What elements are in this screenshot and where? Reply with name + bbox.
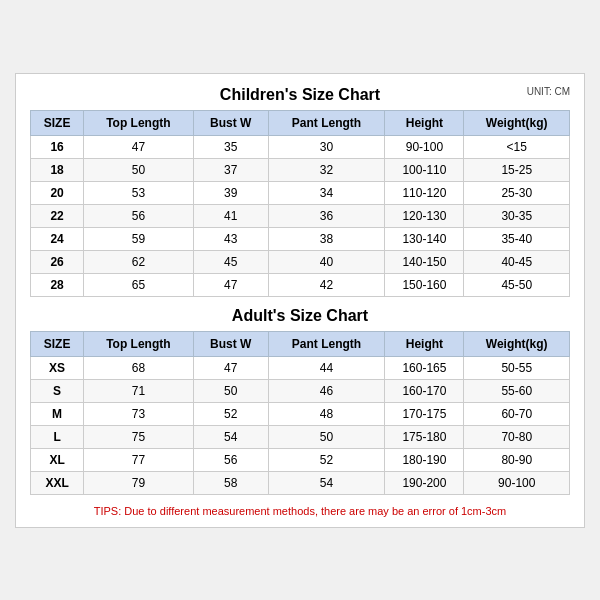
- table-row: S715046160-17055-60: [31, 379, 570, 402]
- table-cell: 30-35: [464, 204, 570, 227]
- table-row: 22564136120-13030-35: [31, 204, 570, 227]
- table-cell: 150-160: [385, 273, 464, 296]
- col-bust-w-c: Bust W: [193, 110, 268, 135]
- table-cell: 38: [268, 227, 385, 250]
- col-top-length-a: Top Length: [84, 331, 193, 356]
- table-cell: 190-200: [385, 471, 464, 494]
- table-cell: 25-30: [464, 181, 570, 204]
- children-tbody: 1647353090-100<1518503732100-11015-25205…: [31, 135, 570, 296]
- table-cell: 45-50: [464, 273, 570, 296]
- table-cell: 160-165: [385, 356, 464, 379]
- table-cell: 170-175: [385, 402, 464, 425]
- col-size-a: SIZE: [31, 331, 84, 356]
- table-cell: XXL: [31, 471, 84, 494]
- table-cell: 41: [193, 204, 268, 227]
- table-cell: 37: [193, 158, 268, 181]
- table-cell: 40: [268, 250, 385, 273]
- table-cell: 24: [31, 227, 84, 250]
- table-cell: 90-100: [464, 471, 570, 494]
- tips-text: TIPS: Due to different measurement metho…: [30, 505, 570, 517]
- col-pant-length-c: Pant Length: [268, 110, 385, 135]
- col-top-length-c: Top Length: [84, 110, 193, 135]
- table-cell: 50: [268, 425, 385, 448]
- table-cell: 90-100: [385, 135, 464, 158]
- table-cell: 42: [268, 273, 385, 296]
- table-cell: 80-90: [464, 448, 570, 471]
- table-cell: 52: [268, 448, 385, 471]
- table-cell: S: [31, 379, 84, 402]
- table-cell: 58: [193, 471, 268, 494]
- table-cell: 32: [268, 158, 385, 181]
- table-cell: 75: [84, 425, 193, 448]
- table-cell: 40-45: [464, 250, 570, 273]
- table-cell: 62: [84, 250, 193, 273]
- table-row: 24594338130-14035-40: [31, 227, 570, 250]
- table-cell: 100-110: [385, 158, 464, 181]
- col-bust-w-a: Bust W: [193, 331, 268, 356]
- table-row: 1647353090-100<15: [31, 135, 570, 158]
- col-height-c: Height: [385, 110, 464, 135]
- table-cell: 34: [268, 181, 385, 204]
- table-cell: 50: [193, 379, 268, 402]
- table-cell: 35: [193, 135, 268, 158]
- table-cell: 54: [193, 425, 268, 448]
- table-row: L755450175-18070-80: [31, 425, 570, 448]
- table-cell: 47: [193, 273, 268, 296]
- table-cell: 175-180: [385, 425, 464, 448]
- table-cell: 15-25: [464, 158, 570, 181]
- table-cell: M: [31, 402, 84, 425]
- table-cell: 16: [31, 135, 84, 158]
- table-cell: L: [31, 425, 84, 448]
- table-cell: 110-120: [385, 181, 464, 204]
- table-cell: 18: [31, 158, 84, 181]
- table-cell: 65: [84, 273, 193, 296]
- table-cell: 77: [84, 448, 193, 471]
- table-cell: 35-40: [464, 227, 570, 250]
- chart-container: Children's Size Chart UNIT: CM SIZE Top …: [15, 73, 585, 528]
- table-cell: 30: [268, 135, 385, 158]
- table-cell: 53: [84, 181, 193, 204]
- table-row: XL775652180-19080-90: [31, 448, 570, 471]
- table-cell: 20: [31, 181, 84, 204]
- table-row: XS684744160-16550-55: [31, 356, 570, 379]
- table-cell: 56: [193, 448, 268, 471]
- table-cell: 26: [31, 250, 84, 273]
- table-row: 20533934110-12025-30: [31, 181, 570, 204]
- adults-table: SIZE Top Length Bust W Pant Length Heigh…: [30, 331, 570, 495]
- table-row: 18503732100-11015-25: [31, 158, 570, 181]
- table-cell: 160-170: [385, 379, 464, 402]
- table-row: XXL795854190-20090-100: [31, 471, 570, 494]
- col-pant-length-a: Pant Length: [268, 331, 385, 356]
- table-cell: 70-80: [464, 425, 570, 448]
- table-cell: 73: [84, 402, 193, 425]
- table-cell: 50: [84, 158, 193, 181]
- table-cell: 48: [268, 402, 385, 425]
- table-cell: 55-60: [464, 379, 570, 402]
- table-cell: 44: [268, 356, 385, 379]
- adults-header: Adult's Size Chart: [30, 307, 570, 325]
- table-cell: 46: [268, 379, 385, 402]
- table-cell: 28: [31, 273, 84, 296]
- children-header-row: SIZE Top Length Bust W Pant Length Heigh…: [31, 110, 570, 135]
- col-size-c: SIZE: [31, 110, 84, 135]
- table-cell: 59: [84, 227, 193, 250]
- table-cell: 71: [84, 379, 193, 402]
- table-cell: XS: [31, 356, 84, 379]
- children-table: SIZE Top Length Bust W Pant Length Heigh…: [30, 110, 570, 297]
- table-cell: 47: [84, 135, 193, 158]
- table-cell: 50-55: [464, 356, 570, 379]
- adults-header-row: SIZE Top Length Bust W Pant Length Heigh…: [31, 331, 570, 356]
- table-cell: 47: [193, 356, 268, 379]
- table-cell: 36: [268, 204, 385, 227]
- table-cell: XL: [31, 448, 84, 471]
- table-cell: 43: [193, 227, 268, 250]
- table-cell: 130-140: [385, 227, 464, 250]
- col-weight-a: Weight(kg): [464, 331, 570, 356]
- table-cell: 56: [84, 204, 193, 227]
- table-cell: <15: [464, 135, 570, 158]
- col-height-a: Height: [385, 331, 464, 356]
- table-cell: 52: [193, 402, 268, 425]
- children-title: Children's Size Chart: [220, 86, 380, 104]
- col-weight-c: Weight(kg): [464, 110, 570, 135]
- adults-title: Adult's Size Chart: [232, 307, 368, 325]
